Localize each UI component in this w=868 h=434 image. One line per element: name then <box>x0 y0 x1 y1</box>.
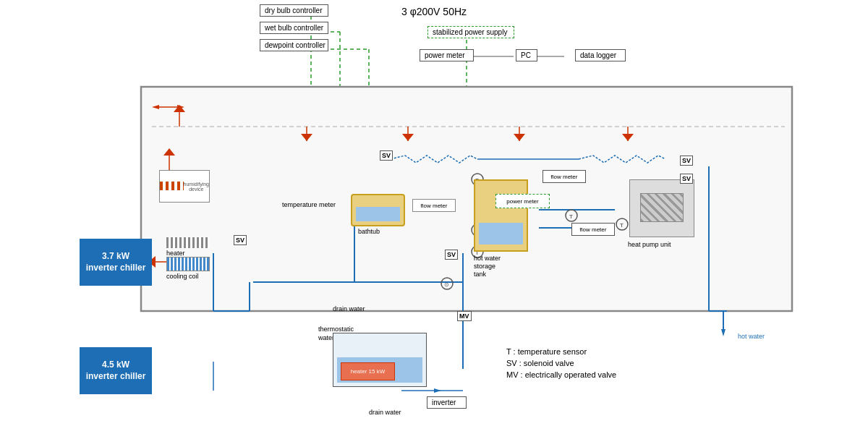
drain-water-top: drain water <box>333 305 365 312</box>
chiller-1: 3.7 kWinverter chiller <box>80 239 152 286</box>
legend-MV: MV : electrically operated valve <box>506 370 616 379</box>
flow-meter-pump: flow meter <box>571 223 615 236</box>
data-logger-box: data logger <box>575 49 626 61</box>
svg-text:⊙: ⊙ <box>444 281 449 288</box>
heater-label: heater <box>166 237 210 257</box>
stabilized-power-supply: stabilized power supply <box>427 26 514 38</box>
drain-water-bottom: drain water <box>369 409 401 416</box>
diagram: T T T T T M ⊙ dry bulb controller wet bu… <box>0 0 868 434</box>
svg-point-64 <box>441 278 453 289</box>
humidifying-device-box: humidifyingdevice <box>159 170 210 203</box>
bathtub-label: bathtub <box>358 228 380 235</box>
power-meter-tank: power meter <box>495 194 550 208</box>
mv-label: MV <box>457 311 472 321</box>
humidifying-device-area: humidifyingdevice <box>159 170 210 203</box>
legend-SV: SV : solenoid valve <box>506 359 616 367</box>
hot-water-tank <box>474 179 528 252</box>
power-meter-top: power meter <box>420 49 474 61</box>
chiller-2: 4.5 kWinverter chiller <box>80 347 152 394</box>
thermostatic-tank-box: heater 15 kW <box>333 333 427 387</box>
bathtub-box <box>351 194 405 226</box>
inverter-box: inverter <box>427 396 467 409</box>
svg-point-58 <box>566 210 577 221</box>
svg-marker-45 <box>434 388 441 393</box>
sv-label-3: SV <box>680 174 693 184</box>
svg-marker-16 <box>301 134 312 141</box>
temperature-meter-label: temperature meter <box>282 201 336 208</box>
svg-point-60 <box>616 218 628 230</box>
svg-marker-28 <box>177 105 184 109</box>
sv-label-4: SV <box>234 235 247 245</box>
svg-marker-27 <box>152 105 159 109</box>
svg-text:T: T <box>620 222 624 229</box>
sv-label-5: SV <box>445 250 458 260</box>
heat-pump-unit <box>629 179 694 237</box>
svg-text:T: T <box>569 213 573 220</box>
cooling-coil-area: cooling coil <box>166 257 210 280</box>
sv-label-1: SV <box>380 150 393 161</box>
dry-bulb-controller: dry bulb controller <box>260 4 328 17</box>
dewpoint-controller: dewpoint controller <box>260 39 328 51</box>
wet-bulb-controller: wet bulb controller <box>260 22 328 34</box>
hot-water-label: hot water <box>738 333 765 340</box>
flow-meter-bathtub: flow meter <box>412 199 456 212</box>
sv-label-2: SV <box>680 156 693 166</box>
heater-15kw: heater 15 kW <box>341 362 395 380</box>
legend: T : temperature sensor SV : solenoid val… <box>506 347 616 379</box>
power-label: 3 φ200V 50Hz <box>401 6 467 17</box>
svg-marker-18 <box>402 134 414 141</box>
hot-water-tank-label: hot waterstoragetank <box>474 255 501 278</box>
svg-rect-12 <box>141 87 792 311</box>
heat-pump-label: heat pump unit <box>628 241 671 248</box>
legend-T: T : temperature sensor <box>506 347 616 356</box>
svg-marker-24 <box>163 148 175 156</box>
svg-marker-22 <box>622 134 634 141</box>
pc-box: PC <box>516 49 537 61</box>
svg-marker-47 <box>721 329 726 336</box>
svg-marker-20 <box>514 134 525 141</box>
svg-marker-14 <box>174 105 185 112</box>
flow-meter-tank-top: flow meter <box>542 170 586 183</box>
